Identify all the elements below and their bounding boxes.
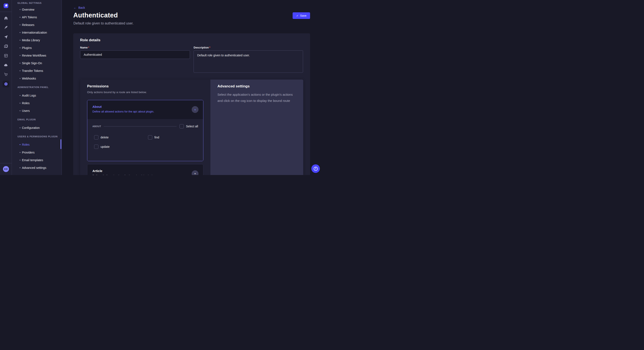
permission-action-update: update bbox=[94, 145, 110, 149]
question-mark-icon: ? bbox=[314, 167, 318, 171]
select-all-label: Select all bbox=[186, 125, 198, 128]
content-feather-icon[interactable] bbox=[4, 25, 8, 29]
sidebar-item-api-tokens[interactable]: API Tokens bbox=[12, 13, 62, 21]
accordion-about-subtitle: Define all allowed actions for the api::… bbox=[92, 110, 154, 113]
accordion-about-header[interactable]: About Define all allowed actions for the… bbox=[87, 100, 203, 119]
advanced-settings-title: Advanced settings bbox=[218, 84, 250, 88]
home-icon[interactable] bbox=[4, 16, 8, 20]
subject-group-label: ABOUT bbox=[92, 125, 101, 128]
accordion-about: About Define all allowed actions for the… bbox=[87, 100, 204, 161]
sidebar-item-webhooks[interactable]: Webhooks bbox=[12, 75, 62, 82]
sidebar-item-advanced-settings[interactable]: Advanced settings bbox=[12, 164, 62, 172]
sidebar-item-configuration[interactable]: Configuration bbox=[12, 124, 62, 132]
required-asterisk: * bbox=[209, 46, 210, 49]
sidebar-item-audit-logs[interactable]: Audit Logs bbox=[12, 92, 62, 99]
collapse-chevron-up-button[interactable]: ▲ bbox=[192, 106, 198, 113]
accordion-article-subtitle: Define all allowed actions for the api::… bbox=[92, 174, 154, 175]
name-field-label: Name* bbox=[80, 46, 89, 49]
page-title: Authenticated bbox=[73, 11, 118, 19]
role-edit-card: Role details Name* Description* Default … bbox=[73, 33, 310, 175]
nav-section-label: EMAIL PLUGIN bbox=[18, 116, 36, 123]
sidebar-item-up-roles[interactable]: Roles bbox=[12, 141, 62, 149]
back-arrow-icon: ← bbox=[74, 6, 77, 9]
sidebar-item-plugins[interactable]: Plugins bbox=[12, 44, 62, 52]
permission-action-delete: delete bbox=[94, 135, 108, 140]
back-label: Back bbox=[78, 6, 85, 9]
accordion-article-title: Article bbox=[92, 169, 102, 173]
nav-section-label: USERS & PERMISSIONS PLUGIN bbox=[18, 133, 58, 140]
description-textarea[interactable]: Default role given to authenticated user… bbox=[194, 50, 303, 73]
main-nav-rail: KD bbox=[0, 0, 12, 175]
sidebar-item-users[interactable]: Users bbox=[12, 107, 62, 115]
media-library-icon[interactable] bbox=[4, 44, 8, 48]
user-avatar[interactable]: KD bbox=[3, 166, 9, 172]
advanced-settings-description: Select the application's actions or the … bbox=[218, 91, 293, 104]
send-icon[interactable] bbox=[4, 35, 8, 39]
permissions-grid: Permissions Only actions bound by a rout… bbox=[80, 80, 303, 175]
sidebar-item-providers[interactable]: Providers bbox=[12, 149, 62, 156]
sidebar-item-email-templates[interactable]: Email templates bbox=[12, 156, 62, 164]
expand-chevron-down-button[interactable]: ▼ bbox=[192, 170, 198, 175]
subject-divider-line bbox=[104, 126, 176, 127]
nav-section-label: ADMINISTRATION PANEL bbox=[18, 83, 48, 91]
marketplace-cart-icon[interactable] bbox=[4, 72, 8, 77]
required-asterisk: * bbox=[88, 46, 89, 49]
select-all-checkbox[interactable] bbox=[180, 124, 184, 128]
sidebar-item-internationalization[interactable]: Internationalization bbox=[12, 29, 62, 36]
accordion-article: Article Define all allowed actions for t… bbox=[87, 164, 204, 175]
accordion-article-header[interactable]: Article Define all allowed actions for t… bbox=[87, 164, 203, 175]
permission-action-find: find bbox=[148, 135, 159, 140]
sidebar-item-overview[interactable]: Overview bbox=[12, 6, 62, 13]
nav-scrollbar-thumb[interactable] bbox=[60, 139, 61, 149]
layout-icon[interactable] bbox=[4, 54, 8, 58]
accordion-about-title: About bbox=[92, 105, 102, 108]
sidebar-item-admin-roles[interactable]: Roles bbox=[12, 99, 62, 107]
accordion-about-body: ABOUT Select all delete find bbox=[87, 119, 203, 161]
settings-gear-icon[interactable] bbox=[2, 81, 9, 87]
sidebar-item-media-library[interactable]: Media Library bbox=[12, 36, 62, 44]
save-button[interactable]: ✓ Save bbox=[292, 12, 310, 19]
rail-divider bbox=[0, 163, 12, 163]
update-checkbox[interactable] bbox=[94, 145, 98, 149]
delete-checkbox[interactable] bbox=[94, 135, 98, 140]
back-link[interactable]: ← Back bbox=[74, 6, 85, 9]
strapi-logo-icon[interactable] bbox=[4, 3, 8, 8]
permissions-title: Permissions bbox=[87, 84, 108, 88]
sidebar-item-single-sign-on[interactable]: Single Sign-On bbox=[12, 59, 62, 67]
check-icon: ✓ bbox=[296, 14, 298, 17]
advanced-settings-panel: Advanced settings Select the application… bbox=[210, 80, 303, 175]
rail-divider bbox=[0, 12, 12, 12]
permissions-panel: Permissions Only actions bound by a rout… bbox=[80, 80, 210, 175]
sidebar-item-review-workflows[interactable]: Review Workflows bbox=[12, 52, 62, 59]
permissions-subtitle: Only actions bound by a route are listed… bbox=[87, 91, 147, 94]
sidebar-item-releases[interactable]: Releases bbox=[12, 21, 62, 29]
settings-subnav: GLOBAL SETTINGS Overview API Tokens Rele… bbox=[12, 0, 62, 175]
role-details-title: Role details bbox=[80, 38, 100, 42]
find-checkbox[interactable] bbox=[148, 135, 152, 140]
description-field-label: Description* bbox=[194, 46, 210, 49]
cloud-icon[interactable] bbox=[4, 63, 8, 67]
sidebar-item-transfer-tokens[interactable]: Transfer Tokens bbox=[12, 67, 62, 75]
page-subtitle: Default role given to authenticated user… bbox=[74, 21, 134, 25]
name-input[interactable] bbox=[80, 50, 190, 59]
help-button[interactable]: ? bbox=[311, 164, 320, 173]
